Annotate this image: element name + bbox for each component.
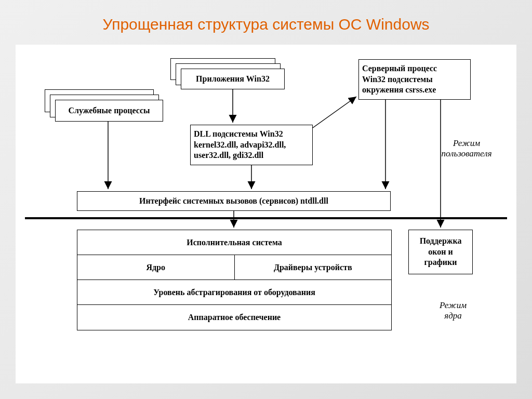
text: Интерфейс системных вызовов (сервисов) n… <box>139 196 328 206</box>
line: kernel32.dll, advapi32.dll, <box>194 140 286 151</box>
box-window-support: Поддержка окон и графики <box>408 230 473 274</box>
slide: Упрощенная структура системы ОС Windows … <box>0 0 532 399</box>
line: Режим <box>430 138 503 149</box>
cell: Исполнительная система <box>77 230 391 255</box>
row-hal: Уровень абстрагирования от оборудования <box>77 280 391 305</box>
label-user-mode: Режим пользователя <box>430 138 503 159</box>
label-kernel-mode: Режим ядра <box>422 300 484 321</box>
slide-title: Упрощенная структура системы ОС Windows <box>0 16 532 33</box>
diagram-canvas: Служебные процессы Приложения Win32 Серв… <box>16 45 516 383</box>
text-block: Серверный процесс Win32 подсистемы окруж… <box>362 63 437 96</box>
line: Режим <box>422 300 484 311</box>
line: окон и <box>420 247 462 258</box>
box-service-processes: Служебные процессы <box>55 100 163 122</box>
cell: Аппаратное обеспечение <box>77 305 391 330</box>
line: ядра <box>422 311 484 321</box>
box-win32-apps: Приложения Win32 <box>181 69 285 89</box>
text: Служебные процессы <box>69 106 150 115</box>
line: Серверный процесс <box>362 63 437 74</box>
box-dll-subsystem: DLL подсистемы Win32 kernel32.dll, advap… <box>190 125 313 165</box>
cell-drivers: Драйверы устройств <box>234 255 392 280</box>
text-block: Поддержка окон и графики <box>420 236 462 268</box>
kernel-layers-table: Исполнительная система Ядро Драйверы уст… <box>77 230 392 330</box>
mode-divider <box>25 217 507 219</box>
row-hardware: Аппаратное обеспечение <box>77 305 391 330</box>
line: окружения csrss.exe <box>362 85 437 96</box>
text: Приложения Win32 <box>196 74 270 84</box>
box-syscall-interface: Интерфейс системных вызовов (сервисов) n… <box>77 191 391 211</box>
cell: Уровень абстрагирования от оборудования <box>77 280 391 304</box>
cell-kernel: Ядро <box>77 255 234 280</box>
text-block: DLL подсистемы Win32 kernel32.dll, advap… <box>194 129 286 161</box>
line: Win32 подсистемы <box>362 74 437 85</box>
row-kernel-drivers: Ядро Драйверы устройств <box>77 255 391 280</box>
row-exec-system: Исполнительная система <box>77 230 391 255</box>
svg-line-3 <box>313 97 356 128</box>
box-server-process: Серверный процесс Win32 подсистемы окруж… <box>358 59 471 100</box>
line: пользователя <box>430 149 503 159</box>
line: Поддержка <box>420 236 462 247</box>
line: DLL подсистемы Win32 <box>194 129 286 140</box>
line: user32.dll, gdi32.dll <box>194 150 286 161</box>
line: графики <box>420 257 462 268</box>
